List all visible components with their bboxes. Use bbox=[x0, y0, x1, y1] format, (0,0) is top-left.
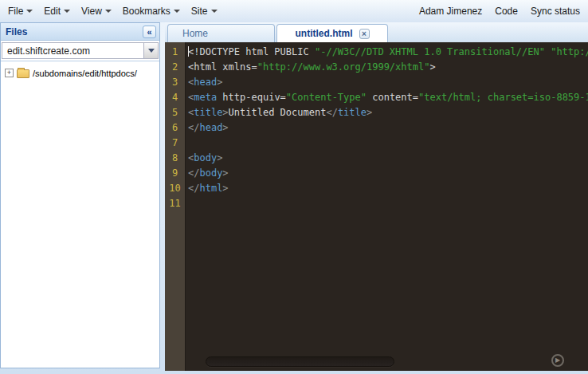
line-number: 5 bbox=[165, 105, 185, 120]
expand-icon[interactable]: + bbox=[5, 69, 14, 77]
site-selector-value: edit.shiftcreate.com bbox=[2, 43, 143, 58]
tab-untitled-html[interactable]: untitled.html × bbox=[276, 24, 388, 42]
menu-bookmarks[interactable]: Bookmarks bbox=[123, 6, 180, 17]
chevron-down-icon bbox=[26, 10, 33, 13]
code-line[interactable]: <!DOCTYPE html PUBLIC "-//W3C//DTD XHTML… bbox=[188, 45, 588, 60]
tab-home[interactable]: Home bbox=[167, 24, 275, 42]
code-line[interactable]: <html xmlns="http://www.w3.org/1999/xhtm… bbox=[188, 60, 588, 75]
menu-file-label: File bbox=[8, 6, 23, 17]
code-line[interactable] bbox=[188, 136, 588, 151]
line-number: 9 bbox=[165, 166, 185, 181]
code-line[interactable]: <head> bbox=[188, 75, 588, 90]
menu-edit[interactable]: Edit bbox=[44, 6, 70, 17]
menu-bookmarks-label: Bookmarks bbox=[123, 6, 171, 17]
menu-site-label: Site bbox=[191, 6, 208, 17]
code-area[interactable]: <!DOCTYPE html PUBLIC "-//W3C//DTD XHTML… bbox=[186, 42, 588, 371]
files-panel: Files « edit.shiftcreate.com + /subdomai… bbox=[0, 22, 160, 368]
line-number: 7 bbox=[165, 136, 185, 151]
menu-edit-label: Edit bbox=[44, 6, 61, 17]
line-number: 6 bbox=[165, 120, 185, 136]
code-line[interactable]: </body> bbox=[188, 166, 588, 181]
folder-icon bbox=[17, 69, 29, 78]
line-number: 11 bbox=[165, 196, 185, 211]
scroll-right-icon[interactable]: ▶ bbox=[551, 354, 564, 367]
file-tree: + /subdomains/edit/httpdocs/ bbox=[1, 61, 159, 368]
tab-untitled-label: untitled.html bbox=[296, 28, 353, 39]
line-number: 10 bbox=[165, 181, 185, 196]
menu-bar: File Edit View Bookmarks Site Adam Jimen… bbox=[0, 0, 588, 22]
app-window: File Edit View Bookmarks Site Adam Jimen… bbox=[0, 0, 588, 374]
code-editor[interactable]: 1234567891011 <!DOCTYPE html PUBLIC "-//… bbox=[165, 42, 588, 371]
code-line[interactable]: <body> bbox=[188, 151, 588, 166]
tree-item-label: /subdomains/edit/httpdocs/ bbox=[33, 69, 137, 78]
files-panel-title: Files bbox=[6, 26, 143, 37]
editor-column: Home untitled.html × 1234567891011 <!DOC… bbox=[165, 22, 588, 374]
menu-view[interactable]: View bbox=[81, 6, 112, 17]
line-numbers: 1234567891011 bbox=[165, 42, 186, 371]
menu-site[interactable]: Site bbox=[191, 6, 218, 17]
line-number: 4 bbox=[165, 90, 185, 105]
code-link[interactable]: Code bbox=[495, 6, 518, 17]
dropdown-arrow-icon[interactable] bbox=[143, 43, 158, 58]
line-number: 2 bbox=[165, 60, 185, 75]
close-tab-icon[interactable]: × bbox=[359, 29, 370, 39]
code-line[interactable]: <meta http-equiv="Content-Type" content=… bbox=[188, 90, 588, 105]
files-panel-header: Files « bbox=[1, 23, 159, 41]
line-number: 3 bbox=[165, 75, 185, 90]
tab-bar: Home untitled.html × bbox=[165, 22, 588, 42]
code-line[interactable]: <title>Untitled Document</title> bbox=[188, 105, 588, 120]
chevron-down-icon bbox=[211, 10, 218, 13]
menu-file[interactable]: File bbox=[8, 6, 33, 17]
site-selector[interactable]: edit.shiftcreate.com bbox=[2, 42, 159, 59]
chevron-down-icon bbox=[105, 10, 112, 13]
chevron-down-icon bbox=[64, 10, 70, 13]
line-number: 1 bbox=[165, 45, 185, 60]
code-line[interactable]: </html> bbox=[188, 181, 588, 196]
code-line[interactable]: </head> bbox=[188, 120, 588, 136]
sync-status-link[interactable]: Sync status bbox=[531, 6, 580, 17]
tree-item-httpdocs[interactable]: + /subdomains/edit/httpdocs/ bbox=[5, 68, 159, 78]
horizontal-scrollbar[interactable] bbox=[206, 356, 394, 367]
line-number: 8 bbox=[165, 151, 185, 166]
collapse-panel-icon[interactable]: « bbox=[143, 26, 156, 38]
code-line[interactable] bbox=[188, 196, 588, 211]
chevron-down-icon bbox=[174, 10, 180, 13]
tab-home-label: Home bbox=[182, 28, 208, 39]
user-name[interactable]: Adam Jimenez bbox=[419, 6, 482, 17]
menu-view-label: View bbox=[81, 6, 102, 17]
